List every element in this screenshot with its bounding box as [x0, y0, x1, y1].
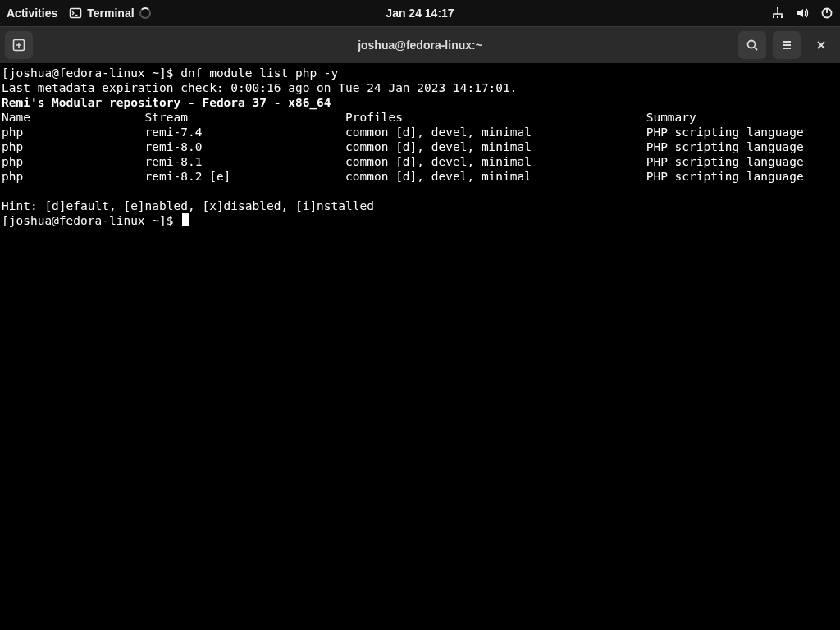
svg-rect-3	[777, 16, 778, 18]
power-icon[interactable]	[820, 7, 833, 20]
window-close-button[interactable]	[807, 31, 835, 59]
network-icon[interactable]	[771, 7, 784, 20]
gnome-topbar: Activities Terminal Jan 24 14:17	[0, 0, 840, 26]
clock[interactable]: Jan 24 14:17	[386, 7, 454, 20]
new-tab-button[interactable]	[5, 31, 33, 59]
window-title: joshua@fedora-linux:~	[358, 39, 482, 52]
table-row: php remi-8.0 common [d], devel, minimal …	[2, 139, 838, 154]
table-header: Name Stream Profiles Summary	[2, 110, 838, 125]
volume-icon[interactable]	[796, 7, 809, 20]
svg-rect-1	[777, 7, 778, 9]
table-row: php remi-7.4 common [d], devel, minimal …	[2, 125, 838, 139]
table-row: php remi-8.1 common [d], devel, minimal …	[2, 154, 838, 169]
terminal-app-icon	[69, 7, 82, 20]
svg-rect-0	[71, 9, 81, 18]
window-titlebar: joshua@fedora-linux:~	[0, 26, 840, 64]
svg-rect-4	[781, 16, 783, 18]
terminal-viewport[interactable]: [joshua@fedora-linux ~]$ dnf module list…	[0, 64, 840, 630]
hint-line: Hint: [d]efault, [e]nabled, [x]disabled,…	[2, 199, 838, 213]
hamburger-menu-button[interactable]	[773, 31, 801, 59]
svg-point-7	[748, 41, 756, 48]
search-button[interactable]	[738, 31, 766, 59]
prompt-line: [joshua@fedora-linux ~]$	[2, 213, 838, 228]
activities-button[interactable]: Activities	[7, 7, 57, 20]
svg-rect-2	[773, 16, 774, 18]
prompt-line: [joshua@fedora-linux ~]$ dnf module list…	[2, 66, 838, 80]
output-line: Last metadata expiration check: 0:00:16 …	[2, 80, 838, 95]
active-app-menu[interactable]: Terminal	[69, 7, 150, 20]
repo-header: Remi's Modular repository - Fedora 37 - …	[2, 95, 838, 110]
active-app-name: Terminal	[87, 7, 134, 20]
spinner-icon	[139, 7, 151, 19]
table-row: php remi-8.2 [e] common [d], devel, mini…	[2, 169, 838, 184]
blank-line	[2, 184, 838, 199]
cursor	[182, 213, 189, 226]
